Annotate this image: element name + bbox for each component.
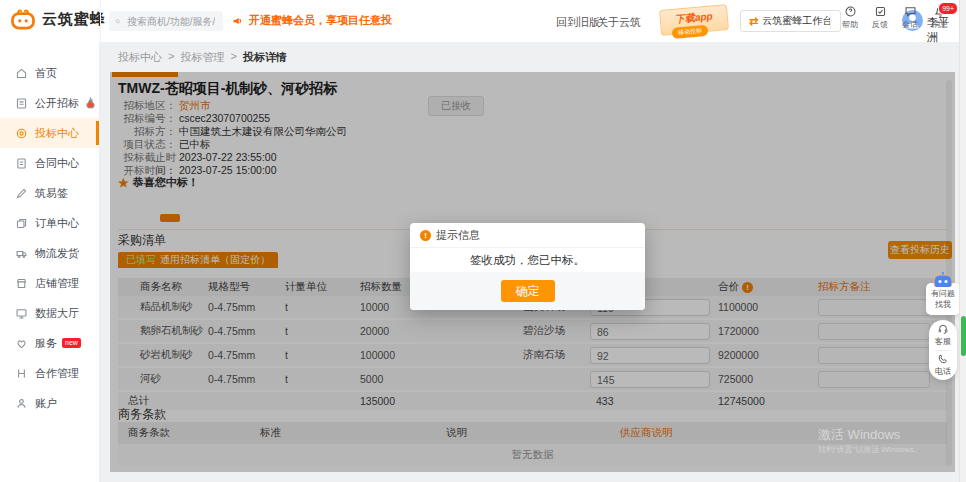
header-icon-item[interactable]: 反馈	[868, 5, 892, 30]
sidebar-item-icon	[15, 367, 28, 380]
sidebar-item[interactable]: 订单中心	[0, 208, 99, 238]
sidebar-item-icon	[15, 157, 28, 170]
global-search[interactable]	[109, 11, 223, 31]
contact-float-panel: 客服 电话	[929, 320, 957, 380]
breadcrumb-separator: >	[168, 50, 174, 65]
download-app-badge[interactable]: 下载app 移动投标	[659, 4, 729, 36]
about-link[interactable]: 关于云筑	[597, 15, 641, 30]
phone-button[interactable]: 电话	[935, 353, 951, 377]
sidebar-item[interactable]: 投标中心	[0, 118, 99, 148]
sidebar-item[interactable]: 数据大厅	[0, 298, 99, 328]
flame-icon	[84, 97, 97, 110]
sidebar-item[interactable]: 账户	[0, 388, 99, 418]
header-icon-group: 帮助 反馈 会话 消息 99+	[838, 5, 952, 30]
workbench-button[interactable]: ⇄ 云筑蜜蜂工作台	[740, 10, 841, 32]
swap-icon: ⇄	[749, 15, 758, 28]
modal-message: 签收成功，您已中标。	[410, 248, 645, 272]
divider	[935, 350, 951, 351]
search-icon	[115, 16, 121, 27]
sidebar-item[interactable]: 合作管理	[0, 358, 99, 388]
breadcrumb: 投标中心 > 投标管理 > 投标详情	[118, 50, 287, 65]
scrollbar-thumb[interactable]	[961, 316, 966, 356]
sidebar-item-label: 公开招标	[35, 96, 79, 111]
sidebar-item-icon	[15, 277, 28, 290]
header-icon-label: 反馈	[872, 19, 888, 30]
sidebar-item-icon	[15, 397, 28, 410]
page-scrollbar[interactable]	[959, 0, 966, 482]
windows-activation-watermark: 激活 Windows 转到“设置”以激活 Windows。	[818, 426, 922, 455]
workbench-label: 云筑蜜蜂工作台	[762, 14, 832, 28]
sidebar-item-label: 合作管理	[35, 366, 79, 381]
megaphone-icon	[232, 15, 244, 27]
robot-logo-icon	[10, 8, 36, 30]
sidebar-item-icon	[15, 127, 28, 140]
app-badge-sub: 移动投标	[672, 25, 709, 39]
divider	[100, 0, 101, 42]
sidebar-item-icon	[15, 67, 28, 80]
header-icon-item[interactable]: 消息 99+	[928, 5, 952, 30]
info-icon: !	[420, 230, 431, 241]
sidebar-item-label: 合同中心	[35, 156, 79, 171]
header-icon-item[interactable]: 会话	[898, 5, 922, 30]
sidebar-item-label: 服务	[35, 336, 57, 351]
customer-service-button[interactable]: 客服	[935, 323, 951, 347]
sidebar-item[interactable]: 合同中心	[0, 148, 99, 178]
breadcrumb-current: 投标详情	[243, 50, 287, 65]
tip-line: 找我	[926, 299, 960, 310]
modal-header: ! 提示信息	[410, 223, 645, 248]
sidebar-item[interactable]: 公开招标	[0, 88, 99, 118]
message-count-badge: 99+	[938, 2, 958, 15]
sidebar-item-label: 数据大厅	[35, 306, 79, 321]
sidebar-item[interactable]: 店铺管理	[0, 268, 99, 298]
sidebar-item-label: 店铺管理	[35, 276, 79, 291]
header-icon-label: 帮助	[842, 19, 858, 30]
header-icon-item[interactable]: 帮助	[838, 5, 862, 30]
breadcrumb-item[interactable]: 投标管理	[180, 50, 224, 65]
sidebar-item-icon	[15, 247, 28, 260]
sidebar-item-icon	[15, 307, 28, 320]
breadcrumb-item[interactable]: 投标中心	[118, 50, 162, 65]
new-badge: new	[62, 338, 81, 348]
phone-label: 电话	[935, 366, 951, 377]
header-icon-label: 会话	[902, 19, 918, 30]
old-version-link[interactable]: 回到旧版	[556, 15, 600, 30]
sidebar-item-icon	[15, 97, 28, 110]
breadcrumb-separator: >	[230, 50, 236, 65]
sidebar-item-label: 账户	[35, 396, 57, 411]
customer-service-label: 客服	[935, 336, 951, 347]
modal-footer: 确定	[410, 272, 645, 310]
sidebar-item-label: 首页	[35, 66, 57, 81]
brand-name: 云筑蜜蜂	[42, 10, 106, 29]
sidebar-nav: 首页 公开招标 投标中心	[0, 42, 100, 482]
headset-icon	[937, 323, 949, 335]
sidebar-item-label: 物流发货	[35, 246, 79, 261]
sidebar-item[interactable]: 服务 new	[0, 328, 99, 358]
sidebar-item-icon	[15, 187, 28, 200]
sidebar-item-label: 筑易签	[35, 186, 68, 201]
promo-text: 开通蜜蜂会员，享项目任意投	[249, 13, 392, 28]
assistant-robot-icon[interactable]	[931, 271, 955, 291]
top-bar: 云筑蜜蜂 开通蜜蜂会员，享项目任意投 回到旧版 关于云筑 下载app 移动投标 …	[0, 0, 966, 43]
sidebar-item[interactable]: 筑易签	[0, 178, 99, 208]
confirm-button[interactable]: 确定	[501, 280, 555, 302]
sidebar-item-icon	[15, 217, 28, 230]
sidebar-item[interactable]: 首页	[0, 58, 99, 88]
search-input[interactable]	[125, 15, 217, 28]
divider	[830, 13, 831, 29]
sidebar-item-label: 订单中心	[35, 216, 79, 231]
sidebar-item-label: 投标中心	[35, 126, 79, 141]
prompt-modal: ! 提示信息 签收成功，您已中标。 确定	[410, 223, 645, 310]
app-window: 云筑蜜蜂 开通蜜蜂会员，享项目任意投 回到旧版 关于云筑 下载app 移动投标 …	[0, 0, 966, 482]
member-promo[interactable]: 开通蜜蜂会员，享项目任意投	[232, 13, 392, 28]
phone-icon	[937, 353, 949, 365]
sidebar-item-icon	[15, 337, 28, 350]
sidebar-item[interactable]: 物流发货	[0, 238, 99, 268]
brand-logo[interactable]: 云筑蜜蜂	[10, 8, 106, 30]
modal-title: 提示信息	[436, 228, 480, 243]
header-icon-label: 消息	[932, 19, 948, 30]
